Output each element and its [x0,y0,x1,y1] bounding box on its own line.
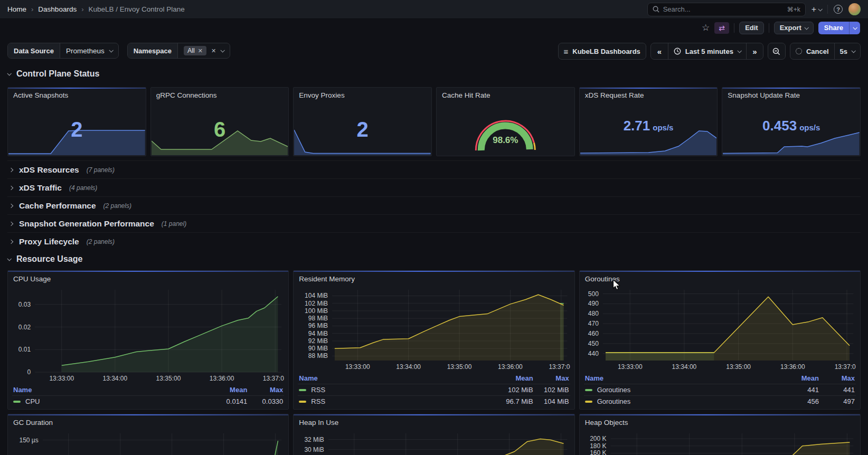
panel-title[interactable]: gRPC Connections [151,88,289,99]
search-box[interactable]: ⌘+k [647,3,806,16]
panel-resident-memory: Resident Memory13:33:0013:34:0013:35:001… [293,270,574,410]
svg-text:92 MiB: 92 MiB [308,337,328,345]
stat-value: 2 [294,118,431,141]
legend-column-name[interactable]: Name [13,386,202,394]
add-new-button[interactable]: + [812,5,822,14]
legend-mean-value: 102 MiB [488,386,533,394]
namespace-select[interactable]: All✕ ✕ [178,43,230,58]
legend-series-name[interactable]: RSS [299,397,487,405]
legend-swatch [585,401,592,403]
swap-arrows-button[interactable]: ⇄ [714,22,729,34]
namespace-chip[interactable]: All✕ [184,46,206,55]
legend-swatch [299,401,306,403]
dashboard-row-cache-performance[interactable]: Cache Performance(2 panels) [7,196,861,214]
star-icon[interactable]: ☆ [702,23,710,32]
svg-text:0: 0 [27,368,31,376]
refresh-interval-picker[interactable]: 5s [834,43,860,59]
legend-row: RSS96.7 MiB104 MiB [298,395,570,407]
row-header-resource-usage[interactable]: Resource Usage [7,250,861,268]
legend-column-mean[interactable]: Mean [202,386,247,394]
export-button[interactable]: Export [774,22,814,34]
panel-title[interactable]: Resident Memory [298,274,570,285]
svg-text:13:33:00: 13:33:00 [345,363,370,371]
legend-column-name[interactable]: Name [299,374,487,382]
legend-series-name[interactable]: RSS [299,386,487,394]
panel-title[interactable]: GC Duration [12,418,284,429]
avatar[interactable] [848,3,861,15]
row-panel-count: (7 panels) [87,166,115,174]
panel-title[interactable]: Goroutines [584,274,856,285]
row-header-control-plane-status[interactable]: Control Plane Status [7,65,861,83]
chevron-down-icon [818,7,822,11]
zoom-out-button[interactable] [768,43,785,59]
panel-cpu-usage: CPU Usage13:33:0013:34:0013:35:0013:36:0… [7,270,289,410]
svg-text:200 K: 200 K [590,435,606,442]
share-button-group: Share [818,22,860,34]
panel-title[interactable]: Heap In Use [298,418,570,429]
svg-text:500: 500 [588,290,599,298]
legend-column-max[interactable]: Max [533,374,569,382]
datasource-select[interactable]: Prometheus [60,43,118,58]
panel-title[interactable]: CPU Usage [12,274,284,285]
legend-series-name[interactable]: CPU [13,397,202,405]
time-range-picker[interactable]: Last 5 minutes [668,43,746,59]
time-picker-group: « Last 5 minutes » [650,43,763,60]
panel-title[interactable]: Heap Objects [584,418,856,429]
legend-mean-value: 0.0141 [202,397,247,405]
breadcrumb-item[interactable]: Dashboards [38,5,77,13]
share-dropdown-button[interactable] [849,22,860,34]
help-button[interactable]: ? [834,5,843,14]
row-title: Cache Performance [19,201,96,211]
svg-text:98 MiB: 98 MiB [308,315,328,322]
svg-text:13:36:00: 13:36:00 [498,363,523,371]
legend: NameMeanMaxCPU0.01410.0330 [12,384,284,407]
nav-divider [827,5,828,14]
legend-column-name[interactable]: Name [585,374,773,382]
svg-text:13:34:00: 13:34:00 [397,363,421,371]
dashboard-row-xds-resources[interactable]: xDS Resources(7 panels) [7,160,861,178]
dashboards-link-group: ≡KubeLB Dashboards [558,43,646,60]
legend-column-mean[interactable]: Mean [773,374,819,382]
refresh-cancel-button[interactable]: Cancel [790,43,834,59]
legend-column-mean[interactable]: Mean [488,374,533,382]
legend-column-max[interactable]: Max [819,374,855,382]
panel-title[interactable]: xDS Request Rate [580,88,718,99]
panel-goroutines: Goroutines13:33:0013:34:0013:35:0013:36:… [579,270,861,410]
share-button[interactable]: Share [818,22,849,34]
chevron-down-icon [7,257,11,261]
dashboard-row-xds-traffic[interactable]: xDS Traffic(4 panels) [7,178,861,196]
close-icon[interactable]: ✕ [198,48,203,54]
breadcrumb-item[interactable]: KubeLB / Envoy Control Plane [89,5,185,13]
panel-title[interactable]: Snapshot Update Rate [722,88,860,99]
legend-series-name[interactable]: Goroutines [585,397,773,405]
legend-max-value: 497 [819,397,855,405]
svg-text:0.02: 0.02 [18,324,31,331]
time-back-button[interactable]: « [651,43,668,59]
panel-title[interactable]: Active Snapshots [8,88,146,99]
svg-text:480: 480 [588,310,599,317]
breadcrumb-separator-icon: › [31,5,33,13]
row-title: xDS Resources [19,165,79,175]
time-forward-button[interactable]: » [746,43,763,59]
clear-filter-icon[interactable]: ✕ [211,48,216,54]
search-input[interactable] [663,5,784,13]
kubelb-dashboards-button[interactable]: ≡KubeLB Dashboards [559,43,646,59]
legend-row: CPU0.01410.0330 [12,395,284,407]
goroutines-chart: 13:33:0013:34:0013:35:0013:36:0013:37:00… [584,285,856,372]
row-panel-count: (2 panels) [87,238,115,245]
legend-series-name[interactable]: Goroutines [585,386,773,394]
svg-text:150 µs: 150 µs [20,437,39,444]
panel-title[interactable]: Envoy Proxies [294,88,431,99]
panel-title[interactable]: Cache Hit Rate [437,88,574,99]
breadcrumb-item[interactable]: Home [7,5,26,13]
svg-text:102 MiB: 102 MiB [305,300,328,307]
panel-active-snapshots: Active Snapshots2 [7,87,146,156]
edit-button[interactable]: Edit [739,22,764,34]
stat-value: 2 [8,118,146,141]
svg-text:13:35:00: 13:35:00 [726,363,751,371]
legend-column-max[interactable]: Max [247,386,283,394]
legend-max-value: 104 MiB [533,397,569,405]
dashboard-row-snapshot-generation-performance[interactable]: Snapshot Generation Performance(1 panel) [7,214,861,232]
dashboard-row-proxy-lifecycle[interactable]: Proxy Lifecycle(2 panels) [7,232,861,250]
svg-text:0.03: 0.03 [18,301,31,308]
